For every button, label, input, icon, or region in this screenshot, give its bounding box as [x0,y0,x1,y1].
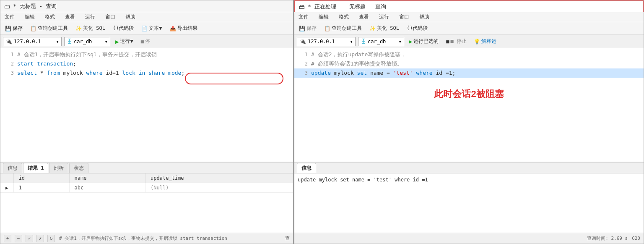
left-window: 🗃 * 无标题 - 查询 文件 编辑 格式 查看 运行 窗口 帮助 💾 保存 📋… [0,0,293,244]
menu-run-right[interactable]: 运行 [377,13,392,21]
connection-icon-left: 🔌 [6,39,12,45]
menu-edit-right[interactable]: 编辑 [316,13,331,21]
stop-button-left[interactable]: ■ 停 [138,37,153,46]
menu-file-right[interactable]: 文件 [296,13,311,21]
code-line-1-right: 1 # 会话2，执行update写操作被阻塞， [294,50,644,59]
right-editor[interactable]: 1 # 会话2，执行update写操作被阻塞， 2 # 必须等待会话1的事物提交… [294,48,644,162]
code-line-3-left: 3 select * from mylock where id=1 lock i… [0,68,293,78]
menu-help-left[interactable]: 帮助 [123,13,138,21]
right-connection-dropdown[interactable]: 🔌 127.0.0.1 ▼ [297,37,356,46]
db-arrow-right: ▼ [399,39,401,44]
menu-window-left[interactable]: 窗口 [103,13,118,21]
query-builder-icon-left: 📋 [30,26,36,31]
left-code-content: 1 # 会话1，开启事物执行如下sql，事务未提交，开启读锁 2 start t… [0,48,293,79]
beautify-icon-right: ✨ [369,26,376,31]
cell-name: abc [69,183,145,193]
left-results-table: id name update_time ▶ 1 abc (Null) [0,173,293,233]
beautify-sql-button-right[interactable]: ✨ 美化 SQL [367,24,401,33]
save-button-right[interactable]: 💾 保存 [297,24,319,33]
menu-view-right[interactable]: 查看 [356,13,371,21]
stop-button-right[interactable]: ■ ■ 停止 [444,37,469,46]
left-database-dropdown[interactable]: 🗄 car_db ▼ [64,37,110,46]
cancel-edit-button[interactable]: ✗ [36,235,44,242]
query-builder-button-right[interactable]: 📋 查询创建工具 [322,24,364,33]
right-tabs-bar: 信息 [294,163,644,173]
right-title-bar: 🗃 * 正在处理 -- 无标题 - 查询 [294,0,644,12]
left-window-title: * 无标题 - 查询 [13,3,57,10]
beautify-icon-left: ✨ [75,26,82,31]
code-snippet-button-right[interactable]: ()代码段 [405,24,430,33]
right-status-num: 620 [632,236,640,241]
right-conn-bar: 🔌 127.0.0.1 ▼ 🗄 car_db ▼ ▶ 运行已选的 ■ ■ 停止 … [294,35,644,48]
tab-info-right[interactable]: 信息 [297,163,316,173]
save-icon-right: 💾 [299,26,305,31]
menu-help-right[interactable]: 帮助 [417,13,432,21]
right-database-dropdown[interactable]: 🗄 car_db ▼ [358,37,404,46]
query-builder-icon-right: 📋 [324,26,330,31]
connection-icon-right: 🔌 [300,39,306,45]
text-button-left[interactable]: 📄 文本▼ [139,24,164,33]
right-code-content: 1 # 会话2，执行update写操作被阻塞， 2 # 必须等待会话1的事物提交… [294,48,644,79]
menu-run-left[interactable]: 运行 [83,13,98,21]
col-name-left: name [69,173,145,183]
text-icon-left: 📄 [141,26,148,31]
code-line-2-right: 2 # 必须等待会话1的事物提交释放锁。 [294,59,644,68]
code-snippet-button-left[interactable]: ()代码段 [111,24,136,33]
code-line-3-right: 3 update mylock set name = 'test' where … [294,68,644,78]
refresh-button[interactable]: ↻ [47,235,55,242]
right-bottom-section: 信息 update mylock set name = 'test' where… [294,162,644,244]
right-info-panel: update mylock set name = 'test' where id… [294,173,644,233]
left-status-bar: + − ✓ ✗ ↻ # 会话1，开启事物执行如下sql，事物未提交，开启读锁 s… [0,233,293,244]
left-toolbar: 💾 保存 📋 查询创建工具 ✨ 美化 SQL ()代码段 📄 文本▼ 📤 导出结… [0,22,293,35]
tab-status-left[interactable]: 状态 [69,163,88,173]
cell-id: 1 [13,183,69,193]
save-icon-left: 💾 [5,26,11,31]
menu-format-right[interactable]: 格式 [336,13,351,21]
export-button-left[interactable]: 📤 导出结果 [168,24,200,33]
left-conn-bar: 🔌 127.0.0.1 ▼ 🗄 car_db ▼ ▶ 运行▼ ■ 停 [0,35,293,48]
left-editor[interactable]: 1 # 会话1，开启事物执行如下sql，事务未提交，开启读锁 2 start t… [0,48,293,162]
run-selected-button-right[interactable]: ▶ 运行已选的 [407,37,441,46]
menu-view-left[interactable]: 查看 [62,13,78,21]
run-selected-icon-right: ▶ [409,39,412,45]
stop-icon-left: ■ [141,39,144,45]
add-row-button[interactable]: + [4,235,11,242]
left-bottom-section: 信息 结果 1 剖析 状态 id name update_time ▶ [0,162,293,244]
row-indicator: ▶ [0,183,13,193]
cell-update-time: (Null) [145,183,293,193]
code-line-1-left: 1 # 会话1，开启事物执行如下sql，事务未提交，开启读锁 [0,50,293,59]
left-connection-dropdown[interactable]: 🔌 127.0.0.1 ▼ [3,37,62,46]
right-window-title: * 正在处理 -- 无标题 - 查询 [308,3,386,10]
left-status-text: # 会话1，开启事物执行如下sql，事物未提交，开启读锁 start trans… [59,235,281,241]
left-status-actions: + − ✓ ✗ ↻ [4,235,55,242]
right-status-bar: 查询时间: 2.69 s 620 [294,233,644,244]
blocked-message: 此时会话2被阻塞 [294,79,644,105]
query-builder-button-left[interactable]: 📋 查询创建工具 [28,24,70,33]
conn-arrow-left: ▼ [57,39,59,44]
conn-arrow-right: ▼ [351,39,353,44]
col-indicator-left [0,173,13,183]
right-window: 🗃 * 正在处理 -- 无标题 - 查询 文件 编辑 格式 查看 运行 窗口 帮… [293,0,644,244]
tab-profile-left[interactable]: 剖析 [49,163,68,173]
play-icon-left: ▶ [115,38,119,45]
save-button-left[interactable]: 💾 保存 [3,24,25,33]
check-button[interactable]: ✓ [26,235,33,242]
db-icon-left: 🗄 [67,39,72,45]
beautify-sql-button-left[interactable]: ✨ 美化 SQL [73,24,107,33]
remove-row-button[interactable]: − [15,235,22,242]
menu-edit-left[interactable]: 编辑 [22,13,37,21]
left-status-right: 查 [285,235,290,241]
tab-results-left[interactable]: 结果 1 [23,163,48,173]
menu-file-left[interactable]: 文件 [2,13,17,21]
left-window-icon: 🗃 [4,3,10,10]
menu-window-right[interactable]: 窗口 [397,13,412,21]
menu-format-left[interactable]: 格式 [42,13,57,21]
right-window-icon: 🗃 [299,3,305,10]
left-menu-bar: 文件 编辑 格式 查看 运行 窗口 帮助 [0,12,293,22]
col-update-time-left: update_time [145,173,293,183]
export-icon-left: 📤 [170,26,176,31]
tab-info-left[interactable]: 信息 [3,163,22,173]
code-line-2-left: 2 start transaction; [0,59,293,68]
explain-button-right[interactable]: 💡 解释运 [472,37,499,46]
run-button-left[interactable]: ▶ 运行▼ [113,37,136,46]
